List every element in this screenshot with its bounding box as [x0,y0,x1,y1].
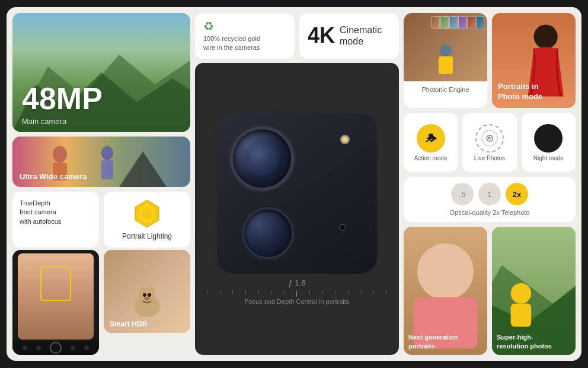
action-mode-label: Action mode [414,155,448,161]
left-column: 48MP Main camera [12,13,190,355]
svg-point-22 [534,25,558,49]
portrait-lighting-label: Portrait Lighting [122,232,172,240]
dog-icon [126,280,168,321]
card-4k-cinematic: 4K Cinematic mode [299,13,399,59]
main-camera-label: Main camera [22,117,66,126]
photonic-image [404,13,487,81]
superhigh-res-label: Super-high- resolution photos [497,333,571,350]
action-mode-icon [417,124,445,153]
ultrawide-label: Ultra Wide camera [20,172,87,181]
svg-point-3 [53,146,67,163]
card-truedepth: TrueDepth front camera with autofocus [12,192,99,248]
card-action-mode: Action mode [404,113,458,172]
zoom-2x-button[interactable]: 2x [506,183,528,205]
card-phone-preview [12,250,99,355]
svg-point-19 [440,45,452,56]
secondary-lens [242,207,294,259]
card-48mp: 48MP Main camera [12,13,190,132]
svg-point-24 [541,131,555,145]
svg-point-17 [148,293,151,297]
svg-point-16 [143,293,146,297]
portrait-lighting-icon [132,199,162,229]
night-mode-icon [534,124,563,153]
card-ultrawide: Ultra Wide camera [12,137,190,187]
photonic-engine-label: Photonic Engine [421,86,469,93]
svg-point-5 [101,146,113,160]
card-photonic-engine: Photonic Engine [404,13,487,108]
card-recycled-gold: ♻ 100% recycled gold wire in the cameras [195,13,295,59]
right-column: Photonic Engine [404,13,576,355]
focus-depth-slider[interactable]: Focus and Depth Control in portraits [195,287,399,305]
mp-label: 48MP [22,83,103,114]
svg-rect-20 [439,56,453,74]
zoom-05-button[interactable]: .5 [451,183,474,205]
live-photos-label: Live Photos [474,155,505,161]
cinematic-label: Cinematic mode [340,24,382,47]
microphone-hole [339,224,346,231]
card-next-gen-portraits: Next-generation portraits [404,227,487,355]
svg-rect-32 [511,304,532,327]
recycle-icon: ♻ [203,19,286,33]
main-container: 48MP Main camera [7,7,581,361]
camera-card: ƒ 1.6 Focus and Depth Control in portrai… [195,63,399,355]
telephoto-label: Optical-quality 2x Telephoto [450,209,530,216]
svg-point-10 [142,209,152,218]
zoom-1-button[interactable]: 1 [478,183,501,205]
recycled-text: 100% recycled gold wire in the cameras [203,34,286,53]
card-night-mode: Night mode [522,113,576,172]
middle-column: ♻ 100% recycled gold wire in the cameras… [195,13,399,355]
camera-modes-row: Action mode Live Photos [404,113,576,172]
card-portrait-lighting: Portrait Lighting [104,192,190,248]
truedepth-label: TrueDepth front camera with autofocus [20,199,92,226]
focus-label: Focus and Depth Control in portraits [245,298,350,305]
fourk-label: 4K [308,25,335,46]
telephoto-section: .5 1 2x Optical-quality 2x Telephoto [404,177,576,222]
svg-point-26 [417,243,474,300]
next-gen-portraits-label: Next-generation portraits [408,333,482,350]
svg-rect-6 [101,160,113,179]
main-lens [230,126,294,191]
smart-hdr-label: Smart HDR [110,320,147,328]
card-superhigh-res: Super-high- resolution photos [492,227,576,355]
night-mode-label: Night mode [533,155,564,161]
svg-point-31 [511,283,532,304]
card-smart-hdr: Smart HDR [104,250,190,333]
aperture-label: ƒ 1.6 [289,278,306,287]
live-photos-icon [475,124,504,153]
flash-led [340,135,350,144]
svg-point-18 [144,297,150,300]
card-portraits-photo-mode: Portraits in Photo mode [492,13,576,108]
card-live-photos: Live Photos [462,113,516,172]
portraits-photo-label: Portraits in Photo mode [498,82,570,102]
